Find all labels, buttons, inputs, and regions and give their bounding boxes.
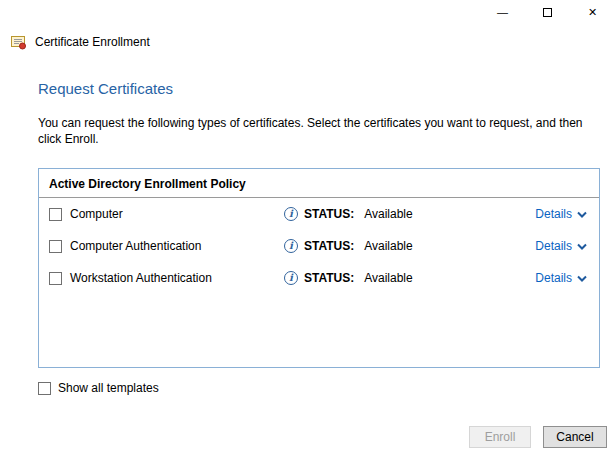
- status-cell: i STATUS: Available: [284, 271, 535, 285]
- status-cell: i STATUS: Available: [284, 207, 535, 221]
- chevron-down-icon: [577, 243, 587, 250]
- enrollment-policy-panel: Active Directory Enrollment Policy Compu…: [38, 168, 600, 368]
- page-description: You can request the following types of c…: [38, 115, 583, 147]
- status-value: Available: [364, 207, 412, 221]
- info-icon: i: [284, 239, 298, 253]
- info-icon: i: [284, 271, 298, 285]
- show-all-templates-checkbox[interactable]: [38, 382, 51, 395]
- certificate-label: Computer: [70, 207, 123, 221]
- show-all-templates-label: Show all templates: [58, 381, 159, 395]
- maximize-button[interactable]: [525, 0, 570, 24]
- certificate-label: Computer Authentication: [70, 239, 201, 253]
- status-value: Available: [364, 239, 412, 253]
- computer-authentication-checkbox[interactable]: [49, 240, 62, 253]
- workstation-authentication-checkbox[interactable]: [49, 272, 62, 285]
- details-label: Details: [535, 207, 572, 221]
- status-label: STATUS:: [304, 239, 354, 253]
- details-link-computer-authentication[interactable]: Details: [535, 239, 587, 253]
- enroll-button[interactable]: Enroll: [469, 426, 531, 448]
- close-icon: ✕: [588, 6, 597, 19]
- app-header: Certificate Enrollment: [10, 34, 150, 50]
- page-description-line1: You can request the following types of c…: [38, 115, 583, 131]
- status-cell: i STATUS: Available: [284, 239, 535, 253]
- maximize-icon: [543, 8, 552, 17]
- window-controls: — ✕: [480, 0, 615, 24]
- show-all-templates: Show all templates: [38, 381, 159, 395]
- info-icon: i: [284, 207, 298, 221]
- certificate-row-computer-authentication: Computer Authentication i STATUS: Availa…: [39, 230, 599, 262]
- details-link-computer[interactable]: Details: [535, 207, 587, 221]
- details-link-workstation-authentication[interactable]: Details: [535, 271, 587, 285]
- page-description-line2: click Enroll.: [38, 131, 583, 147]
- status-label: STATUS:: [304, 271, 354, 285]
- chevron-down-icon: [577, 275, 587, 282]
- status-label: STATUS:: [304, 207, 354, 221]
- certificate-row-workstation-authentication: Workstation Authentication i STATUS: Ava…: [39, 262, 599, 294]
- certificate-label: Workstation Authentication: [70, 271, 212, 285]
- certificate-enrollment-icon: [10, 34, 27, 50]
- details-label: Details: [535, 239, 572, 253]
- cancel-button[interactable]: Cancel: [543, 426, 607, 448]
- window-title: Certificate Enrollment: [35, 35, 150, 49]
- computer-checkbox[interactable]: [49, 208, 62, 221]
- minimize-icon: —: [497, 6, 508, 18]
- close-button[interactable]: ✕: [570, 0, 615, 24]
- details-label: Details: [535, 271, 572, 285]
- minimize-button[interactable]: —: [480, 0, 525, 24]
- status-value: Available: [364, 271, 412, 285]
- policy-panel-header: Active Directory Enrollment Policy: [39, 169, 599, 198]
- chevron-down-icon: [577, 211, 587, 218]
- certificate-row-computer: Computer i STATUS: Available Details: [39, 198, 599, 230]
- page-title: Request Certificates: [38, 80, 173, 97]
